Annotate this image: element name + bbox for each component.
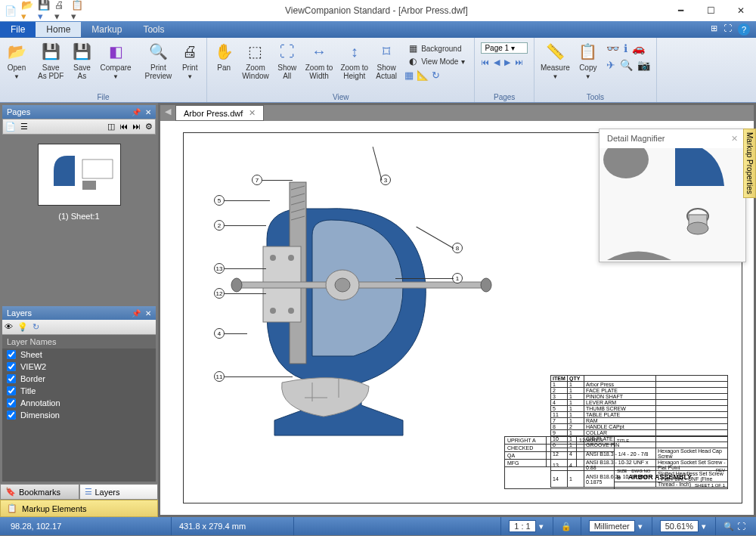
fullscreen-icon[interactable]: ⛶ xyxy=(723,23,732,36)
markup-properties-tab[interactable]: Markup Properties xyxy=(743,129,756,198)
layer-row[interactable]: Dimension xyxy=(2,409,156,421)
fit-all-icon: ⛶ xyxy=(277,41,298,62)
page-selector[interactable]: Page 1 ▾ xyxy=(481,42,527,54)
lock-icon[interactable]: 🔒 xyxy=(561,522,572,531)
layer-checkbox[interactable] xyxy=(7,350,16,359)
plane-icon[interactable]: ✈ xyxy=(606,59,615,71)
save-pdf-icon: 💾 xyxy=(40,41,61,62)
close-tab-icon[interactable]: ✕ xyxy=(249,108,256,118)
rotate-icon[interactable]: ↻ xyxy=(432,70,440,81)
fit-height-icon: ↕ xyxy=(344,41,365,62)
maximize-button[interactable]: ☐ xyxy=(696,0,726,21)
zoom-in-icon[interactable]: 🔍 xyxy=(723,522,734,531)
car-icon[interactable]: 🚗 xyxy=(632,42,645,54)
zoom-height-button[interactable]: ↕Zoom to Height xyxy=(337,39,371,82)
layers-tab[interactable]: ☰Layers xyxy=(79,484,159,500)
layer-checkbox[interactable] xyxy=(7,362,16,371)
layer-row[interactable]: VIEW2 xyxy=(2,361,156,373)
list-icon[interactable]: ☰ xyxy=(20,122,28,132)
print-preview-button[interactable]: 🔍Print Preview xyxy=(142,39,175,82)
pin-icon[interactable]: 📌 xyxy=(132,108,141,116)
status-bar: 98.28, 102.17 431.8 x 279.4 mm 1 : 1▾ 🔒 … xyxy=(0,517,756,535)
close-icon[interactable]: ✕ xyxy=(145,108,151,116)
view-icon[interactable]: ◫ xyxy=(107,122,115,132)
bulb-icon[interactable]: 💡 xyxy=(17,322,28,332)
background-button[interactable]: ▦Background xyxy=(404,42,468,54)
status-unit[interactable]: Millimeter xyxy=(589,520,635,532)
detail-magnifier[interactable]: Detail Magnifier✕ xyxy=(599,129,746,262)
copy-icon: 📋 xyxy=(578,41,599,62)
show-all-button[interactable]: ⛶Show All xyxy=(274,39,301,82)
tab-tools[interactable]: Tools xyxy=(132,22,175,37)
layers-icon: ☰ xyxy=(85,487,92,497)
pan-button[interactable]: ✋Pan xyxy=(210,39,237,73)
layer-checkbox[interactable] xyxy=(7,411,16,420)
grid-icon[interactable]: ▦ xyxy=(404,70,414,81)
compare-button[interactable]: ◧Compare▼ xyxy=(97,39,134,82)
fit-icon[interactable]: ⛶ xyxy=(737,522,745,531)
page-thumbnail[interactable] xyxy=(38,144,121,206)
print-button[interactable]: 🖨Print▼ xyxy=(176,39,203,82)
copy-button[interactable]: 📋Copy▼ xyxy=(575,39,602,82)
svg-point-10 xyxy=(288,255,294,261)
save-icon: 💾 xyxy=(71,41,92,62)
gear-icon[interactable]: ⚙ xyxy=(145,122,153,132)
overflow-icon[interactable]: 📋▾ xyxy=(71,5,83,17)
next-page-icon[interactable]: ▶ xyxy=(504,57,510,67)
layer-checkbox[interactable] xyxy=(7,398,16,407)
ruler-icon[interactable]: 📐 xyxy=(417,70,429,81)
first-page-icon[interactable]: ⏮ xyxy=(481,57,489,67)
open-button[interactable]: 📂Open▼ xyxy=(3,39,30,82)
doc-icon[interactable]: 📄 xyxy=(5,122,16,132)
show-actual-button[interactable]: ⌑Show Actual xyxy=(373,39,400,82)
save-as-button[interactable]: 💾Save As xyxy=(68,39,95,82)
last-page-icon[interactable]: ⏭ xyxy=(515,57,523,67)
close-icon[interactable]: ✕ xyxy=(731,134,738,144)
tab-markup[interactable]: Markup xyxy=(81,22,132,37)
refresh-icon[interactable]: ↻ xyxy=(33,322,39,332)
svg-point-18 xyxy=(603,148,649,178)
document-tab[interactable]: Arbor Press.dwf✕ xyxy=(175,105,264,121)
layer-row[interactable]: Border xyxy=(2,373,156,385)
layer-checkbox[interactable] xyxy=(7,386,16,395)
file-menu[interactable]: File xyxy=(0,22,36,37)
zoom-window-button[interactable]: ⬚Zoom Window xyxy=(239,39,272,82)
camera-icon[interactable]: 📷 xyxy=(637,59,650,71)
layer-checkbox[interactable] xyxy=(7,374,16,383)
drawing-canvas[interactable]: 7 3 5 2 8 13 1 12 4 11 xyxy=(160,121,754,515)
print-icon[interactable]: 🖨▾ xyxy=(54,5,67,17)
status-scale[interactable]: 1 : 1 xyxy=(509,520,535,532)
prev-page-icon[interactable]: ◀ xyxy=(494,57,500,67)
layer-row[interactable]: Annotation xyxy=(2,397,156,409)
pin-icon[interactable]: 📌 xyxy=(132,309,141,318)
status-zoom[interactable]: 50.61% xyxy=(660,520,699,532)
minimize-button[interactable]: ━ xyxy=(665,0,696,21)
save-pdf-button[interactable]: 💾Save As PDF xyxy=(35,39,67,82)
layer-row[interactable]: Sheet xyxy=(2,349,156,361)
nav-icon[interactable]: ⏮ xyxy=(119,122,128,132)
search-icon[interactable]: 🔍 xyxy=(620,59,633,71)
info-icon[interactable]: ℹ xyxy=(624,42,627,54)
close-icon[interactable]: ✕ xyxy=(145,309,151,318)
svg-point-9 xyxy=(270,255,276,261)
markup-elements-tab[interactable]: 📋Markup Elements xyxy=(0,500,158,517)
nav-icon[interactable]: ⏭ xyxy=(132,122,141,132)
ruler-icon: 📏 xyxy=(544,41,565,62)
glasses-icon[interactable]: 👓 xyxy=(606,42,619,54)
help-icon[interactable]: ? xyxy=(738,23,750,36)
measure-button[interactable]: 📏Measure▼ xyxy=(538,39,573,82)
open-icon[interactable]: 📂▾ xyxy=(21,5,33,17)
eye-icon[interactable]: 👁 xyxy=(5,322,13,332)
tab-nav-left[interactable]: ◀ xyxy=(160,105,175,121)
tab-home[interactable]: Home xyxy=(36,22,81,37)
zoom-width-button[interactable]: ↔Zoom to Width xyxy=(302,39,336,82)
new-icon[interactable]: 📄 xyxy=(5,5,17,17)
close-button[interactable]: ✕ xyxy=(726,0,756,21)
window-arrange-icon[interactable]: ⊞ xyxy=(711,23,717,36)
layer-row[interactable]: Title xyxy=(2,385,156,397)
save-icon[interactable]: 💾▾ xyxy=(38,5,50,17)
balloon: 13 xyxy=(214,263,225,274)
view-mode-button[interactable]: ◐View Mode ▾ xyxy=(404,55,468,67)
bookmarks-tab[interactable]: 🔖Bookmarks xyxy=(0,484,79,500)
balloon: 2 xyxy=(214,220,225,231)
